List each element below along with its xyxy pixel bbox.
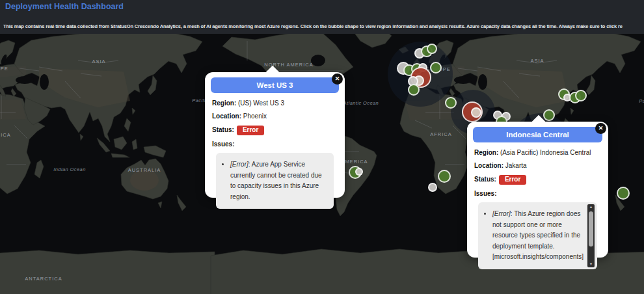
status-row: Status:Error [474,175,601,185]
region-label: Region: [474,149,498,156]
region-title-button[interactable]: West US 3 [211,77,339,93]
location-label: Location: [474,162,503,169]
issues-scrollbar[interactable]: ▲ ▼ [587,204,595,267]
location-value: Phoenix [243,113,267,120]
region-bubble-ok[interactable] [543,109,555,121]
issues-row: Issues: [474,190,601,198]
status-badge: Error [499,175,526,185]
region-bubble-ok[interactable] [617,187,630,200]
close-icon[interactable]: ✕ [332,74,343,85]
issue-item: [Error]: Azure App Service currently can… [230,159,329,202]
region-bubble-ok[interactable] [445,97,457,109]
map-label-pacific-ocean: Pacific Ocean [639,98,644,104]
issue-error-tag: [Error] [492,210,511,217]
issues-row: Issues: [212,140,338,148]
region-bubble-ok[interactable] [575,90,587,101]
map-label-antarctica: ANTARCTICA [25,276,62,282]
map-label-indian-ocean: Indian Ocean [53,167,85,172]
issue-error-tag: [Error] [230,161,248,168]
location-row: Location: Phoenix [212,113,338,120]
status-label: Status: [212,126,234,133]
location-label: Location: [212,113,241,120]
map-label-australia: AUSTRALIA [128,167,161,173]
status-badge: Error [237,126,264,135]
region-bubble-na[interactable] [428,183,437,192]
region-row: Region: (Asia Pacific) Indonesia Central [474,149,601,157]
page-title: Deployment Health Dashboard [5,2,124,11]
issues-box: [Error]: This Azure region does not supp… [478,202,597,269]
region-value: (Asia Pacific) Indonesia Central [500,149,591,156]
region-label: Region: [212,100,236,107]
issues-label: Issues: [474,190,496,197]
scrollbar-thumb[interactable] [589,211,593,247]
map-label-africa: AFRICA [430,131,452,137]
region-bubble-ok[interactable] [408,84,420,96]
scroll-down-icon[interactable]: ▼ [587,261,595,267]
region-bubble-ok[interactable] [438,170,451,183]
region-bubble-na[interactable] [355,168,363,176]
popup-body: Region: (Asia Pacific) Indonesia Central… [467,142,608,269]
close-icon[interactable]: ✕ [595,123,606,134]
region-value: (US) West US 3 [238,100,284,107]
page-header: Deployment Health Dashboard This map con… [0,0,644,34]
issue-text: : This Azure region does not support one… [492,210,584,260]
issue-item: [Error]: This Azure region does not supp… [492,209,582,263]
region-popup-west-us-3: ✕ West US 3 Region: (US) West US 3 Locat… [205,72,345,198]
issues-label: Issues: [212,140,234,148]
region-bubble-ok[interactable] [427,44,437,54]
location-value: Jakarta [505,162,527,169]
region-bubble-inner[interactable] [471,107,481,118]
map-label-europe: EUROPE [0,66,8,72]
status-label: Status: [474,176,496,183]
region-bubble-ok[interactable] [430,62,442,74]
region-popup-indonesia-central: ✕ Indonesia Central Region: (Asia Pacifi… [467,122,608,258]
map-label-asia: ASIA [530,58,544,64]
location-row: Location: Jakarta [474,162,601,170]
region-title-button[interactable]: Indonesia Central [473,127,602,142]
page-description: This map contains real-time data collect… [3,23,644,29]
deployment-health-dashboard: Deployment Health Dashboard This map con… [0,0,644,294]
map-label-africa: AFRICA [0,132,11,138]
map-label-asia: ASIA [92,59,105,64]
popup-body: Region: (US) West US 3 Location: Phoenix… [205,93,345,209]
issues-box: [Error]: Azure App Service currently can… [216,153,334,209]
map-label-atlantic-ocean: Atlantic Ocean [343,100,379,106]
region-row: Region: (US) West US 3 [212,100,338,107]
scroll-up-icon[interactable]: ▲ [587,204,595,210]
status-row: Status:Error [212,126,338,135]
